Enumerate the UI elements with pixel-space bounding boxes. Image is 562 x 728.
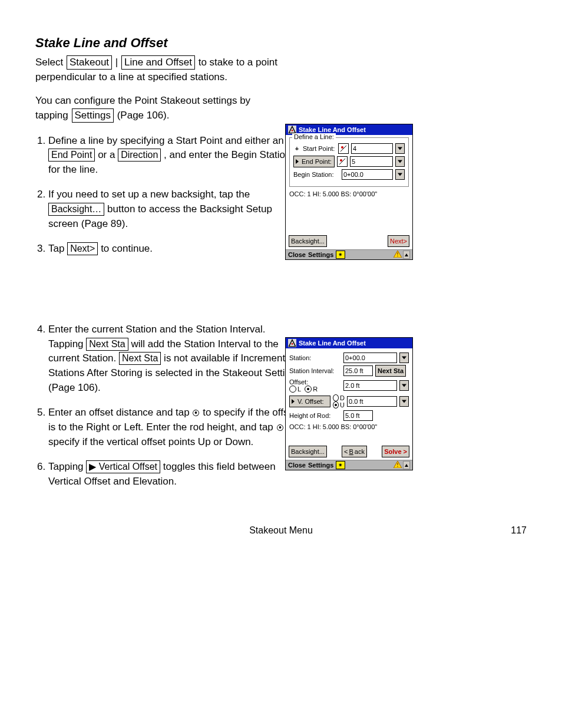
v-offset-btn-label: V. Offset: (297, 397, 324, 406)
dropdown-icon[interactable] (399, 396, 409, 407)
intro-paragraph: Select Stakeout | Line and Offset to sta… (35, 55, 283, 84)
next-sta-button-ref-2: Next Sta (119, 352, 161, 365)
v-offset-d-radio[interactable] (333, 394, 339, 401)
dialog-station-offset: Stake Line And Offset Station: 0+00.0 St… (285, 337, 413, 470)
height-of-rod-label: Height of Rod: (289, 412, 341, 419)
dialog-define-line: Stake Line And Offset Define a Line: + S… (285, 124, 413, 260)
next-button[interactable]: Next> (388, 235, 409, 247)
text: or a (98, 149, 118, 160)
end-point-button-ref: End Point (48, 149, 95, 162)
end-point-input[interactable]: 5 (350, 156, 393, 167)
line-and-offset-button-ref: Line and Offset (121, 55, 195, 70)
svg-point-1 (341, 146, 343, 149)
settings-link[interactable]: Settings (308, 462, 333, 469)
backsight-button[interactable]: Backsight... (289, 446, 327, 457)
station-input[interactable]: 0+00.0 (343, 353, 397, 363)
svg-point-5 (292, 343, 293, 345)
offset-l-label: L (297, 386, 301, 393)
next-sta-button-ref: Next Sta (86, 338, 128, 351)
end-point-toggle-button[interactable]: End Point: (293, 156, 335, 167)
svg-rect-7 (397, 466, 398, 467)
text: | (115, 57, 121, 68)
text: Select (35, 57, 66, 68)
next-sta-button[interactable]: Next Sta (375, 365, 406, 377)
app-icon (288, 126, 296, 134)
offset-input[interactable]: 2.0 ft (343, 380, 397, 391)
text: (Page 106). (117, 110, 170, 121)
offset-left-radio[interactable] (289, 386, 296, 393)
settings-paragraph: You can configure the Point Stakeout set… (35, 94, 283, 123)
station-interval-label: Station Interval: (289, 367, 341, 374)
station-label: Station: (289, 354, 341, 361)
v-offset-u-radio[interactable] (333, 401, 339, 409)
begin-station-label: Begin Station: (293, 171, 339, 178)
step-1: Define a line by specifying a Start Poin… (48, 134, 302, 177)
settings-link[interactable]: Settings (308, 251, 333, 258)
star-icon[interactable]: ✷ (336, 461, 345, 469)
radio-glyph: ⦿ (192, 409, 200, 417)
start-point-input[interactable]: 4 (351, 143, 393, 154)
height-of-rod-input[interactable]: 5.0 ft (343, 410, 373, 421)
warning-icon (394, 251, 402, 259)
text: to continue. (101, 243, 153, 254)
svg-rect-6 (397, 463, 398, 465)
step-3: Tap Next> to continue. (48, 242, 302, 256)
chevron-right-icon (296, 159, 299, 164)
next-button-ref: Next> (67, 242, 98, 255)
settings-button-ref: Settings (72, 108, 114, 123)
solve-button[interactable]: Solve > (382, 446, 409, 457)
dropdown-icon[interactable] (399, 380, 409, 391)
section-heading: Stake Line and Offset (35, 35, 527, 51)
v-offset-input[interactable]: 0.0 ft (347, 396, 397, 407)
plus-icon: + (293, 145, 300, 152)
footer-page-number: 117 (511, 525, 527, 536)
backsight-button-ref: Backsight… (48, 203, 104, 216)
station-interval-input[interactable]: 25.0 ft (343, 365, 373, 376)
dropdown-icon[interactable] (395, 169, 405, 180)
step-5: Enter an offset distance and tap ⦿ to sp… (48, 406, 302, 449)
star-icon[interactable]: ✷ (336, 251, 345, 259)
dropdown-icon[interactable] (399, 353, 409, 363)
step-6: Tapping ▶ Vertical Offset toggles this f… (48, 460, 302, 489)
svg-point-0 (292, 130, 293, 131)
close-link[interactable]: Close (288, 251, 306, 258)
close-link[interactable]: Close (288, 462, 306, 469)
end-point-btn-label: End Point: (302, 157, 332, 166)
radio-glyph-2: ⦿ (276, 423, 284, 432)
text: If you need to set up a new backsight, t… (48, 189, 250, 200)
v-u-label: U (340, 401, 345, 409)
svg-rect-3 (397, 252, 398, 255)
up-arrow-icon[interactable] (403, 251, 410, 259)
title-text: Stake Line And Offset (299, 126, 366, 133)
offset-right-radio[interactable] (305, 386, 312, 393)
bottom-bar: Close Settings ✷ (286, 460, 412, 470)
titlebar: Stake Line And Offset (286, 338, 412, 348)
text: Tap (48, 243, 67, 254)
steps-list-2: Enter the current Station and the Statio… (35, 322, 302, 489)
title-text: Stake Line And Offset (299, 340, 366, 347)
step-2: If you need to set up a new backsight, t… (48, 187, 302, 231)
svg-rect-4 (397, 256, 398, 257)
map-pick-icon[interactable] (337, 156, 348, 167)
stakeout-button-ref: Stakeout (67, 55, 112, 70)
steps-list-1: Define a line by specifying a Start Poin… (35, 134, 302, 256)
text: Tapping (48, 461, 86, 472)
dropdown-icon[interactable] (395, 143, 405, 154)
chevron-right-icon (292, 399, 295, 404)
status-line: OCC: 1 HI: 5.000 BS: 0°00'00" (289, 190, 409, 197)
define-a-line-group: Define a Line: + Start Point: 4 End P (289, 137, 409, 187)
vertical-offset-button-ref: ▶ Vertical Offset (86, 460, 160, 473)
backsight-button[interactable]: Backsight... (289, 235, 327, 247)
back-button[interactable]: < Back (342, 446, 367, 457)
offset-label: Offset: (289, 378, 341, 386)
up-arrow-icon[interactable] (403, 461, 410, 469)
map-pick-icon[interactable] (338, 143, 349, 154)
dropdown-icon[interactable] (395, 156, 405, 167)
direction-button-ref: Direction (118, 149, 161, 162)
start-point-label: Start Point: (303, 145, 336, 152)
warning-icon (394, 461, 402, 469)
v-offset-toggle-button[interactable]: V. Offset: (289, 396, 330, 407)
group-legend: Define a Line: (292, 133, 336, 140)
step-4: Enter the current Station and the Statio… (48, 322, 302, 395)
begin-station-input[interactable]: 0+00.0 (342, 169, 393, 180)
